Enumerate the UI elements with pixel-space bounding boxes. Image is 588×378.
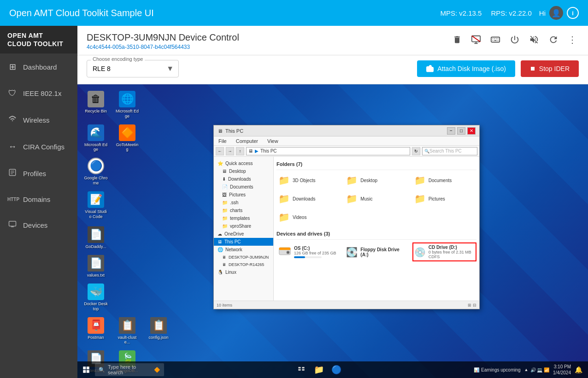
- info-icon[interactable]: i: [567, 7, 579, 19]
- taskbar-start-button[interactable]: [79, 363, 93, 377]
- fe-sidebar-linux[interactable]: 🐧Linux: [214, 268, 273, 276]
- fe-menu-file[interactable]: File: [216, 138, 229, 144]
- fe-sidebar-thispc[interactable]: 🖥This PC: [214, 238, 273, 246]
- sidebar-label-wireless: Wireless: [23, 116, 50, 124]
- fe-up-button[interactable]: ↑: [236, 147, 244, 155]
- svg-rect-21: [279, 248, 291, 250]
- device-title: DESKTOP-3UM9NJN Device Control: [87, 32, 239, 43]
- taskbar-systray-icons: 🔊 💻 📶: [530, 367, 550, 372]
- fe-sidebar-pictures[interactable]: 🖼Pictures: [214, 191, 273, 199]
- desktop-icon-edge1[interactable]: 🌐 Microsoft Edge: [113, 89, 141, 121]
- refresh-button[interactable]: [547, 33, 560, 47]
- fe-folder-3dobjects[interactable]: 📁 3D Objects: [276, 173, 341, 188]
- stop-ider-button[interactable]: Stop IDER: [521, 60, 579, 77]
- desktop-icon-vault[interactable]: 📋 vault-cluste...: [113, 315, 141, 347]
- svg-rect-24: [298, 367, 300, 368]
- fe-drive-cdrom[interactable]: 💿 CD Drive (D:) 0 bytes free of 2.31 MB …: [412, 242, 476, 261]
- fe-folder-downloads[interactable]: 📁 Downloads: [276, 191, 341, 206]
- fe-search-placeholder: Search This PC: [429, 148, 462, 154]
- sidebar-item-ieee8021x[interactable]: 🛡 IEEE 802.1x: [0, 80, 77, 106]
- fe-back-button[interactable]: ←: [216, 147, 224, 155]
- svg-rect-25: [302, 367, 304, 368]
- desktop-icon-values[interactable]: 📄 values.txt: [82, 253, 110, 280]
- fe-maximize-button[interactable]: □: [457, 127, 465, 135]
- taskbar-notification-bell[interactable]: 🔔: [575, 366, 582, 373]
- fe-drive-osc[interactable]: OS (C:) 126 GB free of 235 GB: [276, 242, 341, 261]
- logo-line1: OPEN AMT: [7, 31, 70, 40]
- desktop-icon-vscode[interactable]: 📝 Visual Studio Code: [82, 189, 110, 221]
- taskview-icon: [298, 366, 305, 373]
- sidebar-item-profiles[interactable]: Profiles: [0, 160, 77, 187]
- desktop-icon-chrome[interactable]: 🔵 Google Chrome: [82, 156, 110, 188]
- taskbar-app-taskview[interactable]: [293, 361, 310, 378]
- fe-menu-view[interactable]: View: [265, 138, 281, 144]
- encoding-select[interactable]: RLE 8 RLE 16 ZRLE 8 ZRLE 16: [87, 60, 178, 77]
- fe-minimize-button[interactable]: −: [447, 127, 455, 135]
- fe-folder-videos[interactable]: 📁 Videos: [276, 210, 341, 224]
- svg-point-23: [287, 252, 289, 254]
- taskbar-app-chrome[interactable]: 🔵: [328, 361, 345, 378]
- remote-desktop-bg: 🗑 Recycle Bin 🌐 Microsoft Edge 🌊 Microso…: [77, 84, 588, 378]
- desktop-icon-config[interactable]: 📋 config.json: [145, 315, 172, 347]
- fe-sidebar-charts[interactable]: 📁charts: [214, 207, 273, 214]
- attach-disk-button[interactable]: Attach Disk Image (.iso): [417, 60, 515, 77]
- keyboard-button[interactable]: [488, 33, 502, 47]
- desktop-icon-gotomeeting[interactable]: 🔶 GoToMeeting: [113, 123, 141, 154]
- sidebar-item-cira[interactable]: ↔ CIRA Configs: [0, 134, 77, 160]
- fe-sidebar-desktop[interactable]: 🖥Desktop: [214, 167, 273, 175]
- fe-close-button[interactable]: ✕: [467, 127, 476, 135]
- fe-folder-desktop[interactable]: 📁 Desktop: [344, 173, 408, 188]
- fe-folder-documents[interactable]: 📁 Documents: [412, 173, 476, 188]
- fe-sidebar-templates[interactable]: 📁templates: [214, 214, 273, 222]
- sidebar-item-domains[interactable]: HTTP Domains: [0, 187, 77, 212]
- taskbar-search[interactable]: 🔍 Type here to search 🔶: [95, 363, 164, 376]
- device-title-section: DESKTOP-3UM9NJN Device Control 4c4c4544-…: [87, 32, 239, 50]
- desktop-icon-postman[interactable]: 📮 Postman: [82, 315, 110, 347]
- taskbar-app-explorer[interactable]: 📁: [311, 361, 327, 378]
- device-control-header: DESKTOP-3UM9NJN Device Control 4c4c4544-…: [77, 26, 588, 55]
- stop-label: Stop IDER: [539, 65, 570, 72]
- hi-label: Hi: [539, 9, 546, 17]
- sidebar-item-devices[interactable]: Devices: [0, 212, 77, 239]
- fe-sidebar-vproshare[interactable]: 📁vproShare: [214, 222, 273, 230]
- mute-button[interactable]: [527, 33, 541, 47]
- fe-sidebar-desktop3um9njn[interactable]: 🖥DESKTOP-3UM9NJN: [214, 254, 273, 261]
- fe-path-text: This PC: [260, 148, 277, 154]
- fe-folder-music[interactable]: 📁 Music: [344, 191, 408, 206]
- taskbar-clock[interactable]: 3:10 PM 1/4/2024: [553, 364, 571, 376]
- sidebar-label-cira: CIRA Configs: [23, 143, 65, 151]
- fe-sidebar-desktopr14265[interactable]: 🖥DESKTOP-R14265: [214, 261, 273, 268]
- fe-sidebar-ssh[interactable]: 📁.ssh: [214, 199, 273, 207]
- fe-folder-pictures[interactable]: 📁 Pictures: [412, 191, 476, 206]
- fe-search-input[interactable]: 🔍 Search This PC: [422, 147, 477, 155]
- fe-sidebar-quickaccess[interactable]: ⭐Quick access: [214, 159, 273, 167]
- fe-forward-button[interactable]: →: [226, 147, 234, 155]
- fe-drive-osc-info: OS (C:) 126 GB free of 235 GB: [294, 246, 336, 258]
- desktop-icon-docker[interactable]: 🐳 Docker Desktop: [82, 282, 110, 313]
- file-explorer-window: 🖥 This PC − □ ✕ File Computer View: [213, 125, 480, 309]
- desktop-icon-godaddy[interactable]: 📄 GoDaddy...: [82, 224, 110, 251]
- fe-sidebar-documents[interactable]: 📄Documents: [214, 183, 273, 191]
- power-button[interactable]: [508, 33, 522, 47]
- chrome-taskbar-icon: 🔵: [331, 365, 341, 375]
- taskbar-notification[interactable]: 📊 Earnings upcoming: [474, 367, 521, 372]
- fe-menubar: File Computer View: [214, 136, 479, 146]
- fe-sidebar-network[interactable]: 🌐Network: [214, 246, 273, 254]
- sidebar-item-dashboard[interactable]: ⊞ Dashboard: [0, 53, 77, 80]
- monitor-off-button[interactable]: [469, 33, 483, 47]
- fe-sidebar-onedrive[interactable]: ☁OneDrive: [214, 230, 273, 238]
- desktop-icon-edge2[interactable]: 🌊 Microsoft Edge: [82, 123, 110, 154]
- fe-refresh-button[interactable]: ↻: [412, 147, 420, 155]
- explorer-icon: 📁: [314, 365, 324, 375]
- fe-sidebar-downloads[interactable]: ⬇Downloads: [214, 175, 273, 183]
- fe-drive-floppy[interactable]: 💽 Floppy Disk Drive (A:): [344, 242, 408, 261]
- delete-button[interactable]: [451, 33, 464, 46]
- svg-rect-27: [302, 369, 304, 371]
- hdd-icon: [278, 244, 291, 257]
- fe-menu-computer[interactable]: Computer: [233, 138, 261, 144]
- fe-sidebar: ⭐Quick access 🖥Desktop ⬇Downloads 📄Docum…: [214, 157, 274, 301]
- avatar[interactable]: 👤: [549, 6, 563, 20]
- more-options-button[interactable]: ⋮: [566, 32, 579, 47]
- sidebar-item-wireless[interactable]: Wireless: [0, 106, 77, 134]
- desktop-icon-recycle-bin[interactable]: 🗑 Recycle Bin: [82, 89, 110, 121]
